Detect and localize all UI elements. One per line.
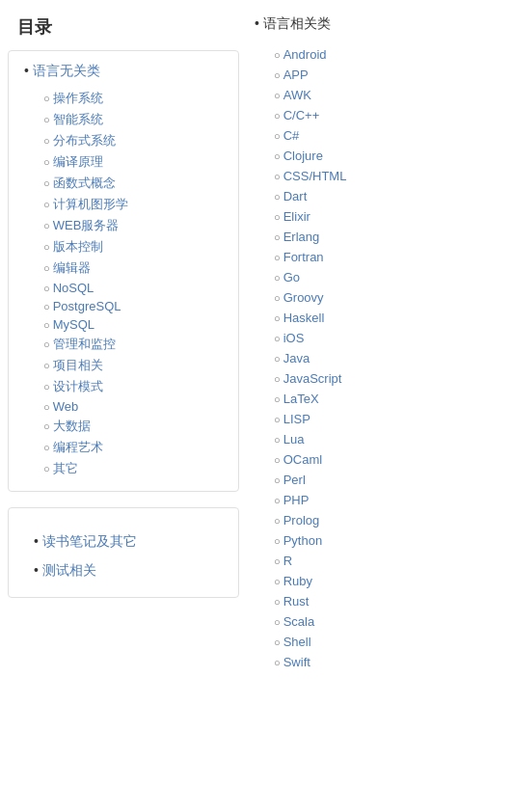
list-item[interactable]: Groovy	[274, 287, 504, 308]
list-item[interactable]: 智能系统	[43, 109, 223, 130]
list-item[interactable]: 设计模式	[43, 376, 223, 397]
right-section-title[interactable]: 语言相关类	[255, 15, 504, 33]
list-item[interactable]: OCaml	[274, 449, 504, 470]
list-item[interactable]: C/C++	[274, 105, 504, 125]
list-item[interactable]: NoSQL	[43, 279, 223, 297]
list-item[interactable]: 分布式系统	[43, 130, 223, 151]
standalone-item[interactable]: 读书笔记及其它	[34, 528, 223, 556]
sub-list-unrelated: 操作系统智能系统分布式系统编译原理函数式概念计算机图形学WEB服务器版本控制编辑…	[24, 88, 223, 479]
list-item[interactable]: 版本控制	[43, 236, 223, 257]
list-item[interactable]: C#	[274, 125, 504, 146]
list-item[interactable]: Swift	[274, 652, 504, 672]
list-item[interactable]: Java	[274, 348, 504, 368]
list-item[interactable]: 管理和监控	[43, 334, 223, 355]
standalone-items: 读书笔记及其它测试相关	[24, 528, 223, 585]
section-box-standalone: 读书笔记及其它测试相关	[8, 507, 239, 598]
list-item[interactable]: Scala	[274, 611, 504, 632]
list-item[interactable]: Dart	[274, 186, 504, 206]
list-item[interactable]: 项目相关	[43, 355, 223, 376]
list-item[interactable]: Lua	[274, 429, 504, 449]
list-item[interactable]: JavaScript	[274, 368, 504, 389]
list-item[interactable]: Fortran	[274, 247, 504, 267]
list-item[interactable]: Shell	[274, 632, 504, 652]
section-box-unrelated: 语言无关类 操作系统智能系统分布式系统编译原理函数式概念计算机图形学WEB服务器…	[8, 50, 239, 492]
list-item[interactable]: Go	[274, 267, 504, 287]
list-item[interactable]: iOS	[274, 328, 504, 348]
right-panel: 语言相关类 AndroidAPPAWKC/C++C#ClojureCSS/HTM…	[247, 15, 504, 672]
list-item[interactable]: LISP	[274, 409, 504, 429]
list-item[interactable]: PHP	[274, 490, 504, 510]
list-item[interactable]: 编辑器	[43, 257, 223, 279]
list-item[interactable]: Web	[43, 397, 223, 416]
list-item[interactable]: Erlang	[274, 227, 504, 247]
list-item[interactable]: Prolog	[274, 510, 504, 530]
section-title-unrelated[interactable]: 语言无关类	[24, 63, 223, 80]
list-item[interactable]: APP	[274, 65, 504, 85]
list-item[interactable]: Rust	[274, 591, 504, 611]
left-panel: 目录 语言无关类 操作系统智能系统分布式系统编译原理函数式概念计算机图形学WEB…	[8, 15, 239, 672]
list-item[interactable]: 计算机图形学	[43, 194, 223, 215]
list-item[interactable]: Ruby	[274, 571, 504, 591]
list-item[interactable]: Clojure	[274, 146, 504, 166]
list-item[interactable]: LaTeX	[274, 389, 504, 409]
list-item[interactable]: MySQL	[43, 315, 223, 334]
list-item[interactable]: 编译原理	[43, 151, 223, 173]
list-item[interactable]: AWK	[274, 85, 504, 105]
list-item[interactable]: Python	[274, 530, 504, 551]
list-item[interactable]: PostgreSQL	[43, 297, 223, 315]
right-list: AndroidAPPAWKC/C++C#ClojureCSS/HTMLDartE…	[255, 44, 504, 672]
list-item[interactable]: 大数据	[43, 416, 223, 437]
standalone-item[interactable]: 测试相关	[34, 556, 223, 585]
list-item[interactable]: WEB服务器	[43, 215, 223, 236]
list-item[interactable]: Elixir	[274, 206, 504, 227]
list-item[interactable]: Android	[274, 44, 504, 65]
list-item[interactable]: 其它	[43, 458, 223, 479]
list-item[interactable]: CSS/HTML	[274, 166, 504, 186]
list-item[interactable]: 函数式概念	[43, 173, 223, 194]
list-item[interactable]: Haskell	[274, 308, 504, 328]
toc-title: 目录	[17, 15, 239, 39]
list-item[interactable]: R	[274, 551, 504, 571]
list-item[interactable]: 编程艺术	[43, 437, 223, 458]
list-item[interactable]: Perl	[274, 470, 504, 490]
list-item[interactable]: 操作系统	[43, 88, 223, 109]
